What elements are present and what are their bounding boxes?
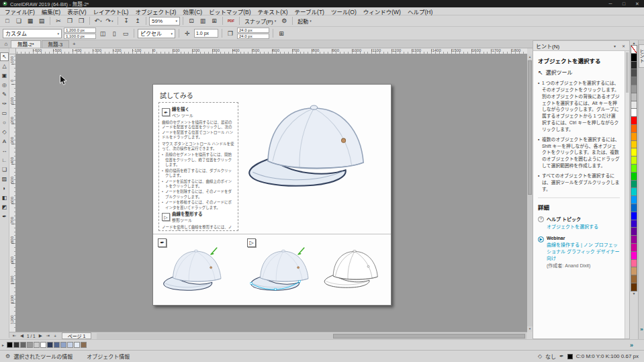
help-topic-link[interactable]: オブジェクトを選択する [547, 224, 598, 230]
drawing-canvas[interactable]: 試してみる ✒線を描くペン ツール曲線のセグメントを描画するには、最初のノードを… [16, 54, 527, 332]
rectangle-tool[interactable]: ▭ [0, 109, 9, 118]
cut-icon[interactable]: ✂ [53, 16, 64, 26]
copy-icon[interactable]: ❐ [64, 16, 75, 26]
outline-pen-tool[interactable]: ✒ [0, 212, 9, 221]
page-tab[interactable]: ページ 1 [62, 332, 92, 339]
next-page-button[interactable]: ▶ [37, 333, 44, 338]
cap-image-large[interactable] [242, 94, 386, 205]
menu-item-7[interactable]: ビットマップ(B) [205, 7, 254, 15]
palette-flyout-icon[interactable]: ▸ [2, 343, 4, 347]
menu-item-9[interactable]: テーブル(T) [291, 7, 328, 15]
cap-image-shape-step[interactable] [247, 242, 320, 302]
shape-tool[interactable]: △ [0, 62, 9, 71]
docker-tab-hints[interactable]: ヒント [639, 44, 644, 68]
show-rulers-icon[interactable]: ▥ [197, 16, 208, 26]
drop-shadow-tool[interactable]: ❏ [0, 165, 9, 174]
show-more-palettes-icon[interactable]: » [630, 342, 633, 349]
options-icon[interactable]: ⚙ [279, 16, 289, 26]
treat-as-filled-button[interactable]: ⊞ [277, 29, 286, 38]
document-color-swatch[interactable] [81, 342, 87, 348]
document-tab-2[interactable]: 無題-3 [42, 40, 70, 48]
document-color-swatch[interactable] [13, 342, 19, 348]
ruler-origin-corner[interactable] [9, 48, 16, 54]
show-grid-icon[interactable]: ⊞ [209, 16, 220, 26]
new-document-icon[interactable]: □ [2, 16, 13, 26]
landscape-button[interactable]: ▭ [121, 29, 130, 38]
import-icon[interactable]: ↧ [121, 16, 132, 26]
menu-item-1[interactable]: ファイル(F) [1, 7, 38, 15]
horizontal-scrollbar[interactable] [97, 333, 526, 339]
new-tab-button[interactable]: + [70, 40, 78, 48]
close-button[interactable]: ✕ [631, 0, 644, 7]
minimize-button[interactable]: ─ [604, 0, 617, 7]
document-color-swatch[interactable] [40, 342, 46, 348]
tutorial-panel[interactable]: ✒線を描くペン ツール曲線のセグメントを描画するには、最初のノードを配置する位置… [158, 102, 238, 231]
expand-dockers-icon[interactable]: » [639, 326, 644, 332]
units-select[interactable]: ピクセル ▾ [138, 29, 175, 38]
snap-to-dropdown[interactable]: スナップ(P)▾ [242, 17, 278, 25]
horizontal-ruler[interactable]: -600-500-400-300-200-1000100200300400500… [16, 48, 527, 54]
prev-page-button[interactable]: ◀ [18, 333, 26, 338]
menu-item-12[interactable]: ヘルプ(H) [404, 7, 436, 15]
vertical-ruler[interactable]: -100010020030040050060070080090010001100… [9, 54, 16, 332]
cap-image-pen-step[interactable] [160, 242, 232, 302]
document-tab-1[interactable]: 無題-2* [11, 40, 41, 48]
menu-item-10[interactable]: ツール(O) [328, 7, 360, 15]
horizontal-scroll-thumb[interactable] [333, 334, 525, 338]
document-color-swatch[interactable] [27, 342, 33, 348]
menu-item-3[interactable]: 表示(V) [64, 7, 89, 15]
undo-icon[interactable]: ↶▾ [93, 16, 103, 26]
polygon-tool[interactable]: ◇ [0, 128, 9, 136]
smart-fill-tool[interactable]: ◩ [0, 203, 9, 212]
page-width-input[interactable]: 1,200.0 px [64, 28, 96, 33]
scroll-up-icon[interactable]: ▲ [527, 54, 533, 60]
page-size-preset-select[interactable]: カスタム ▾ [3, 29, 62, 38]
print-icon[interactable]: ▤ [36, 16, 47, 26]
artistic-media-tool[interactable]: ✑ [0, 99, 9, 108]
menu-item-8[interactable]: テキスト(X) [255, 7, 291, 15]
menu-item-11[interactable]: ウィンドウ(W) [360, 7, 404, 15]
vertical-scroll-thumb[interactable] [528, 60, 532, 195]
portrait-button[interactable]: ▯ [109, 29, 119, 38]
dimension-tool[interactable]: ↔ [0, 146, 9, 155]
crop-tool[interactable]: ▣ [0, 71, 9, 80]
first-page-button[interactable]: ⇤ [11, 333, 18, 338]
document-page[interactable]: 試してみる ✒線を描くペン ツール曲線のセグメントを描画するには、最初のノードを… [152, 84, 392, 306]
paste-icon[interactable]: ❒ [76, 16, 87, 26]
nudge-input[interactable]: 1.0 px [194, 29, 218, 38]
color-swatch[interactable] [631, 283, 637, 291]
lock-ratio-icon[interactable]: ◫ [98, 29, 107, 38]
menu-item-5[interactable]: オブジェクト(J) [132, 7, 179, 15]
document-color-swatch[interactable] [34, 342, 40, 348]
color-eyedropper-tool[interactable]: ◗ [0, 184, 9, 193]
connector-tool[interactable]: ∟ [0, 156, 9, 165]
save-icon[interactable]: ▦ [25, 16, 36, 26]
maximize-button[interactable]: □ [617, 0, 631, 7]
document-color-swatch[interactable] [7, 342, 13, 348]
pdf-icon[interactable]: PDF [226, 16, 236, 26]
redo-icon[interactable]: ↷▾ [104, 16, 115, 26]
scroll-down-icon[interactable]: ▼ [527, 326, 533, 332]
welcome-screen-button[interactable]: ⌂ [1, 40, 11, 48]
palette-scroll-down-icon[interactable]: ▼ [633, 291, 636, 296]
open-icon[interactable]: ❏ [13, 16, 24, 26]
docker-close-icon[interactable]: ✕ [620, 44, 627, 48]
docker-scrollbar[interactable] [625, 51, 629, 338]
menu-item-4[interactable]: レイアウト(L) [90, 7, 132, 15]
menu-item-2[interactable]: 編集(E) [38, 7, 64, 15]
zoom-level-select[interactable]: 59%▾ [149, 17, 180, 26]
pick-tool[interactable]: ↖ [0, 52, 9, 61]
transparency-tool[interactable]: ▨ [0, 175, 9, 183]
document-color-swatch[interactable] [20, 342, 26, 348]
document-color-swatch[interactable] [67, 342, 73, 348]
full-screen-preview-icon[interactable]: ⊡ [186, 16, 197, 26]
export-icon[interactable]: ↥ [132, 16, 143, 26]
zoom-tool[interactable]: ◎ [0, 81, 9, 89]
duplicate-x-input[interactable]: 24.0 px [237, 28, 269, 33]
interactive-fill-tool[interactable]: ◧ [0, 193, 9, 202]
duplicate-y-input[interactable]: 24.0 px [237, 34, 269, 39]
document-color-swatch[interactable] [47, 342, 53, 348]
cap-image-outline[interactable] [321, 241, 388, 300]
last-page-button[interactable]: ⇥ [44, 333, 52, 338]
vertical-scrollbar[interactable]: ▲ ▼ [527, 54, 533, 332]
